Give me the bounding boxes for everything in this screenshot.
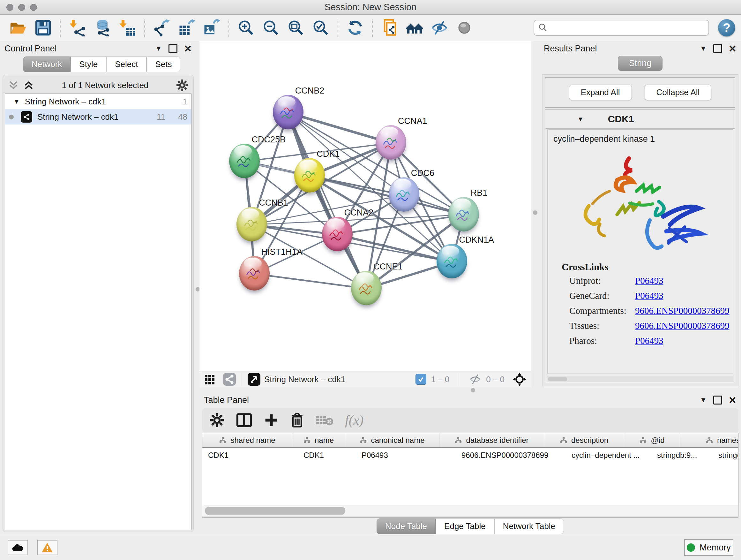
network-canvas[interactable]: CCNB2CCNA1CDC25BCDK1CDC6RB1CCNB1CCNA2CDK… [199,41,531,371]
import-network-database-icon[interactable] [93,18,112,37]
fit-selected-target-icon[interactable] [512,372,527,387]
zoom-in-icon[interactable] [237,18,255,37]
show-all-eye-icon[interactable] [455,18,474,37]
network-node-ccna1[interactable] [376,125,406,160]
results-panel-menu-icon[interactable]: ▼ [700,44,707,53]
export-table-icon[interactable] [178,18,196,37]
crosslink-link[interactable]: P06493 [635,275,664,286]
column-header-database-identifier[interactable]: database identifier [440,433,544,447]
tab-edge-table[interactable]: Edge Table [435,518,494,534]
column-header-namespace[interactable]: namespace [680,433,738,447]
network-row[interactable]: String Network – cdk1 11 48 [5,109,191,125]
network-node-rb1[interactable] [448,197,479,232]
show-columns-icon[interactable] [236,413,253,428]
table-row[interactable]: CDK1CDK1P064939606.ENSP00000378699cyclin… [202,448,738,462]
network-edge[interactable] [288,113,366,289]
search-input[interactable] [534,20,709,36]
expand-all-button[interactable]: Expand All [569,84,632,100]
status-bar: Memory [0,535,741,560]
scrollbar-thumb[interactable] [205,507,345,515]
column-header--id[interactable]: @id [624,433,680,447]
selected-items-checkbox-icon[interactable] [415,374,426,385]
refresh-layout-icon[interactable] [346,18,364,37]
network-edge[interactable] [288,113,391,143]
tab-node-table[interactable]: Node Table [377,518,435,534]
collection-collapse-icon[interactable]: ▼ [13,98,20,105]
network-node-ccna2[interactable] [322,217,353,251]
crosslink-label: GeneCard: [569,291,630,301]
zoom-selected-icon[interactable] [312,18,330,37]
table-settings-gear-icon[interactable] [210,413,224,428]
network-edge[interactable] [254,274,367,289]
main-toolbar: ? [0,15,741,41]
export-image-icon[interactable] [202,18,221,37]
column-header-label: @id [651,436,664,445]
network-node-cdc25b[interactable] [229,144,260,178]
results-panel-float-icon[interactable] [713,44,722,53]
collapse-all-button[interactable]: Collapse All [645,84,712,100]
right-splitter[interactable] [531,41,539,388]
column-header-name[interactable]: name [292,433,345,447]
tab-network[interactable]: Network [23,57,71,72]
tab-select[interactable]: Select [106,57,146,72]
grid-view-icon[interactable] [204,373,217,386]
tab-network-table[interactable]: Network Table [494,518,564,534]
table-panel-float-icon[interactable] [713,395,722,405]
left-splitter[interactable] [196,41,199,535]
add-column-plus-icon[interactable] [264,413,279,428]
save-session-icon[interactable] [34,18,52,37]
hide-selected-eye-icon[interactable] [430,18,449,37]
crosslink-link[interactable]: 9606.ENSP00000378699 [635,306,730,316]
open-session-icon[interactable] [9,18,27,37]
network-node-ccnb1[interactable] [237,207,267,241]
bottom-splitter[interactable] [199,388,741,393]
network-node-ccne1[interactable] [351,271,382,305]
column-header-canonical-name[interactable]: canonical name [345,433,440,447]
tab-style[interactable]: Style [71,57,106,72]
splitter-handle[interactable] [471,388,475,392]
results-horizontal-scrollbar[interactable] [547,376,733,382]
crosslink-link[interactable]: P06493 [635,291,664,301]
open-in-window-icon[interactable] [247,372,261,386]
network-node-cdc6[interactable] [389,177,419,212]
memory-button[interactable]: Memory [684,539,733,556]
clone-network-icon[interactable] [381,18,399,37]
control-panel-title: Control Panel [4,44,57,54]
zoom-fit-icon[interactable] [286,18,305,37]
table-panel-close-icon[interactable]: ✕ [729,395,737,406]
tab-sets[interactable]: Sets [146,57,180,72]
zoom-out-icon[interactable] [262,18,280,37]
tab-string[interactable]: String [618,56,663,71]
scrollbar-thumb[interactable] [548,377,567,381]
column-header-shared-name[interactable]: shared name [202,433,292,447]
table-header-row: shared namenamecanonical namedatabase id… [202,433,738,448]
export-network-icon[interactable] [152,18,171,37]
network-birdseye-icon[interactable] [222,372,237,386]
control-panel-close-icon[interactable]: ✕ [184,43,192,54]
collapse-all-networks-icon[interactable] [23,80,34,90]
network-node-hist1h1a[interactable] [239,256,270,291]
cloud-status-button[interactable] [8,540,28,555]
delete-column-trash-icon[interactable] [290,413,304,428]
table-panel-menu-icon[interactable]: ▼ [700,396,707,404]
expand-all-networks-icon[interactable] [8,80,19,90]
crosslink-link[interactable]: P06493 [635,335,664,346]
network-node-ccnb2[interactable] [273,95,304,129]
network-node-cdk1[interactable] [294,158,325,192]
collection-label: String Network – cdk1 [25,97,106,107]
warnings-button[interactable] [37,540,57,555]
help-button[interactable]: ? [718,19,735,37]
control-panel-menu-icon[interactable]: ▼ [155,44,162,53]
results-panel-close-icon[interactable]: ✕ [729,43,737,54]
network-options-gear-icon[interactable] [176,79,188,91]
first-neighbors-icon[interactable] [405,18,424,37]
gene-collapse-icon[interactable]: ▼ [577,116,584,123]
network-collection-row[interactable]: ▼ String Network – cdk1 1 [5,94,191,109]
splitter-handle[interactable] [533,210,537,215]
control-panel-float-icon[interactable] [169,44,178,53]
crosslink-link[interactable]: 9606.ENSP00000378699 [635,320,730,331]
table-horizontal-scrollbar[interactable] [202,505,738,516]
column-header-description[interactable]: description [544,433,624,447]
import-table-icon[interactable] [118,18,137,37]
import-network-file-icon[interactable] [68,18,87,37]
